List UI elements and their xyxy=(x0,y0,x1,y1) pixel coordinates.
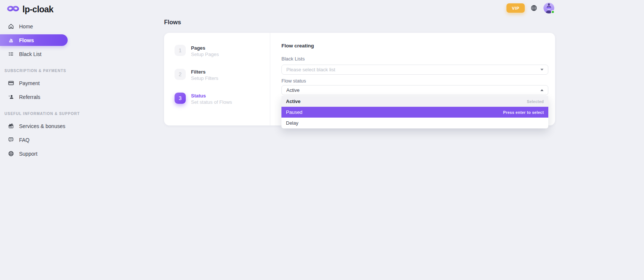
online-status-dot xyxy=(551,10,555,14)
section-label: SUBSCRIPTION & PAYMENTS xyxy=(4,69,66,73)
sidebar-item-payment[interactable]: Payment xyxy=(0,77,68,89)
step-number-badge: 2 xyxy=(175,69,186,80)
mask-icon xyxy=(7,4,19,15)
sidebar-item-label: Services & bonuses xyxy=(19,123,65,129)
globe-icon xyxy=(7,150,14,157)
flow-creating-form: Flow creating Black Lists Please select … xyxy=(270,33,555,125)
sidebar-section-support: USEFUL INFORMATION & SUPPORT xyxy=(0,112,75,116)
flow-status-value: Active xyxy=(286,87,299,93)
option-delay[interactable]: Delay xyxy=(281,118,548,128)
sidebar-item-label: Payment xyxy=(19,80,40,86)
sidebar-item-referrals[interactable]: Referrals xyxy=(0,91,68,103)
brand-logo[interactable]: lp-cloak xyxy=(0,0,75,15)
sidebar-item-label: Home xyxy=(19,24,33,29)
step-pages[interactable]: 1 Pages Setup Pages xyxy=(175,45,270,57)
step-subtitle: Setup Filters xyxy=(191,75,218,81)
option-paused[interactable]: Paused Press enter to select xyxy=(281,107,548,118)
sidebar-item-support[interactable]: Support xyxy=(0,148,68,159)
black-lists-select[interactable]: Please select black list xyxy=(281,65,548,75)
sidebar-item-label: Black List xyxy=(19,51,41,57)
brand-name: lp-cloak xyxy=(22,4,53,15)
wizard-stepper: 1 Pages Setup Pages 2 Filters Setup Filt… xyxy=(164,33,270,125)
step-subtitle: Setup Pages xyxy=(191,52,219,57)
option-active[interactable]: Active Selected xyxy=(281,96,548,107)
home-icon xyxy=(7,23,14,30)
option-label: Delay xyxy=(286,120,298,126)
step-status[interactable]: 3 Status Set status of Flows xyxy=(175,93,270,105)
step-number-badge: 1 xyxy=(175,45,186,56)
flows-icon xyxy=(7,37,14,44)
sidebar-item-label: Flows xyxy=(19,37,34,43)
vip-button[interactable]: VIP xyxy=(506,3,525,13)
gift-icon xyxy=(7,123,14,130)
sidebar-item-black-list[interactable]: Black List xyxy=(0,48,68,60)
black-list-icon xyxy=(7,51,14,57)
main-content: Flows 1 Pages Setup Pages 2 Filters Setu… xyxy=(164,19,555,125)
option-hint: Press enter to select xyxy=(503,110,544,115)
flow-wizard-card: 1 Pages Setup Pages 2 Filters Setup Filt… xyxy=(164,33,555,125)
step-title: Status xyxy=(191,93,232,99)
user-avatar[interactable] xyxy=(543,3,554,13)
sidebar-item-flows[interactable]: Flows xyxy=(0,34,68,46)
sidebar-item-label: Support xyxy=(19,151,37,157)
step-subtitle: Set status of Flows xyxy=(191,99,232,105)
section-label: USEFUL INFORMATION & SUPPORT xyxy=(4,112,80,116)
option-label: Paused xyxy=(286,109,302,115)
svg-text:?!: ?! xyxy=(10,138,12,140)
option-hint: Selected xyxy=(527,99,544,104)
sidebar-item-faq[interactable]: ?! FAQ xyxy=(0,134,68,146)
flow-status-dropdown: Active Selected Paused Press enter to se… xyxy=(281,96,548,128)
step-number-badge: 3 xyxy=(175,93,186,104)
sidebar-nav: Home Flows Black List SUBSCRIPTION & PAY… xyxy=(0,21,75,159)
sidebar-item-services[interactable]: Services & bonuses xyxy=(0,120,68,132)
form-title: Flow creating xyxy=(281,43,548,49)
flow-status-label: Flow status xyxy=(281,78,548,84)
sidebar-item-label: Referrals xyxy=(19,94,40,100)
credit-card-icon xyxy=(7,80,14,87)
flow-status-select[interactable]: Active xyxy=(281,85,548,95)
option-label: Active xyxy=(286,99,301,104)
person-add-icon xyxy=(7,94,14,100)
topbar-actions: VIP xyxy=(506,3,554,13)
sidebar-item-label: FAQ xyxy=(19,137,30,143)
step-filters[interactable]: 2 Filters Setup Filters xyxy=(175,69,270,81)
sidebar-section-subscription: SUBSCRIPTION & PAYMENTS xyxy=(0,69,75,73)
black-lists-label: Black Lists xyxy=(281,56,548,62)
step-title: Pages xyxy=(191,45,219,51)
chat-question-icon: ?! xyxy=(7,137,14,143)
page-title: Flows xyxy=(164,19,555,26)
language-globe-icon[interactable] xyxy=(530,4,538,12)
sidebar-item-home[interactable]: Home xyxy=(0,21,68,32)
chevron-up-icon xyxy=(540,89,543,91)
step-title: Filters xyxy=(191,69,218,75)
sidebar: lp-cloak Home Flows xyxy=(0,0,75,280)
chevron-down-icon xyxy=(540,69,543,71)
black-lists-placeholder: Please select black list xyxy=(286,67,335,72)
